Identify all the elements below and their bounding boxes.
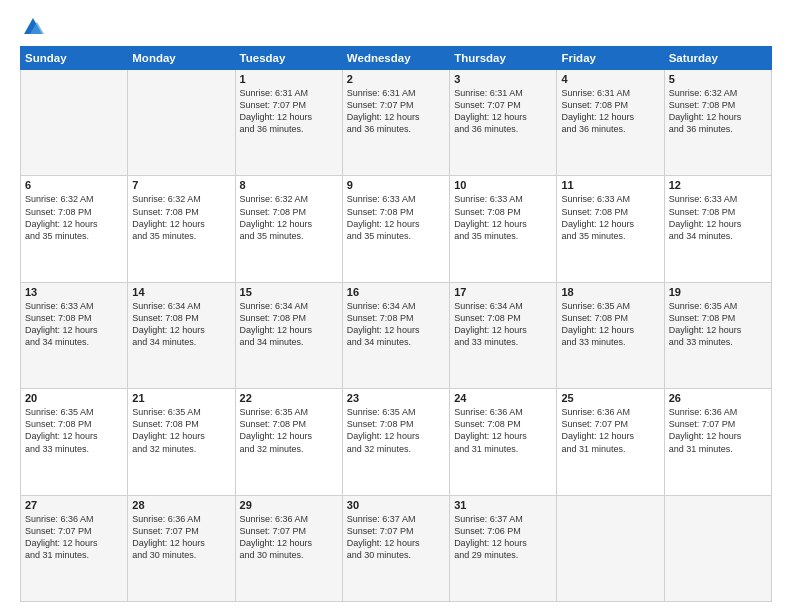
calendar-cell: 1Sunrise: 6:31 AM Sunset: 7:07 PM Daylig… xyxy=(235,70,342,176)
day-info: Sunrise: 6:35 AM Sunset: 7:08 PM Dayligh… xyxy=(347,406,445,455)
calendar-cell: 30Sunrise: 6:37 AM Sunset: 7:07 PM Dayli… xyxy=(342,495,449,601)
day-number: 24 xyxy=(454,392,552,404)
calendar-table: SundayMondayTuesdayWednesdayThursdayFrid… xyxy=(20,46,772,602)
calendar-week-row: 6Sunrise: 6:32 AM Sunset: 7:08 PM Daylig… xyxy=(21,176,772,282)
calendar-week-row: 13Sunrise: 6:33 AM Sunset: 7:08 PM Dayli… xyxy=(21,282,772,388)
logo-icon xyxy=(22,16,44,38)
calendar-cell: 8Sunrise: 6:32 AM Sunset: 7:08 PM Daylig… xyxy=(235,176,342,282)
calendar-cell: 10Sunrise: 6:33 AM Sunset: 7:08 PM Dayli… xyxy=(450,176,557,282)
calendar-cell: 21Sunrise: 6:35 AM Sunset: 7:08 PM Dayli… xyxy=(128,389,235,495)
calendar-cell: 24Sunrise: 6:36 AM Sunset: 7:08 PM Dayli… xyxy=(450,389,557,495)
calendar-cell: 2Sunrise: 6:31 AM Sunset: 7:07 PM Daylig… xyxy=(342,70,449,176)
day-info: Sunrise: 6:36 AM Sunset: 7:07 PM Dayligh… xyxy=(561,406,659,455)
day-number: 3 xyxy=(454,73,552,85)
calendar-cell: 13Sunrise: 6:33 AM Sunset: 7:08 PM Dayli… xyxy=(21,282,128,388)
calendar-cell: 25Sunrise: 6:36 AM Sunset: 7:07 PM Dayli… xyxy=(557,389,664,495)
calendar-cell: 5Sunrise: 6:32 AM Sunset: 7:08 PM Daylig… xyxy=(664,70,771,176)
day-info: Sunrise: 6:31 AM Sunset: 7:07 PM Dayligh… xyxy=(454,87,552,136)
day-number: 10 xyxy=(454,179,552,191)
day-info: Sunrise: 6:33 AM Sunset: 7:08 PM Dayligh… xyxy=(25,300,123,349)
day-info: Sunrise: 6:32 AM Sunset: 7:08 PM Dayligh… xyxy=(240,193,338,242)
calendar-cell: 22Sunrise: 6:35 AM Sunset: 7:08 PM Dayli… xyxy=(235,389,342,495)
calendar-header-row: SundayMondayTuesdayWednesdayThursdayFrid… xyxy=(21,47,772,70)
calendar-cell: 3Sunrise: 6:31 AM Sunset: 7:07 PM Daylig… xyxy=(450,70,557,176)
calendar-cell: 11Sunrise: 6:33 AM Sunset: 7:08 PM Dayli… xyxy=(557,176,664,282)
day-number: 12 xyxy=(669,179,767,191)
day-info: Sunrise: 6:37 AM Sunset: 7:06 PM Dayligh… xyxy=(454,513,552,562)
day-info: Sunrise: 6:36 AM Sunset: 7:07 PM Dayligh… xyxy=(669,406,767,455)
calendar-day-header: Saturday xyxy=(664,47,771,70)
day-info: Sunrise: 6:35 AM Sunset: 7:08 PM Dayligh… xyxy=(561,300,659,349)
day-number: 26 xyxy=(669,392,767,404)
calendar-day-header: Monday xyxy=(128,47,235,70)
calendar-cell: 29Sunrise: 6:36 AM Sunset: 7:07 PM Dayli… xyxy=(235,495,342,601)
day-info: Sunrise: 6:32 AM Sunset: 7:08 PM Dayligh… xyxy=(25,193,123,242)
day-number: 16 xyxy=(347,286,445,298)
page: SundayMondayTuesdayWednesdayThursdayFrid… xyxy=(0,0,792,612)
day-number: 8 xyxy=(240,179,338,191)
day-number: 13 xyxy=(25,286,123,298)
day-info: Sunrise: 6:34 AM Sunset: 7:08 PM Dayligh… xyxy=(132,300,230,349)
day-number: 5 xyxy=(669,73,767,85)
day-info: Sunrise: 6:36 AM Sunset: 7:07 PM Dayligh… xyxy=(240,513,338,562)
day-number: 11 xyxy=(561,179,659,191)
logo xyxy=(20,16,44,38)
calendar-cell: 7Sunrise: 6:32 AM Sunset: 7:08 PM Daylig… xyxy=(128,176,235,282)
day-number: 15 xyxy=(240,286,338,298)
day-info: Sunrise: 6:35 AM Sunset: 7:08 PM Dayligh… xyxy=(669,300,767,349)
day-info: Sunrise: 6:36 AM Sunset: 7:08 PM Dayligh… xyxy=(454,406,552,455)
day-info: Sunrise: 6:37 AM Sunset: 7:07 PM Dayligh… xyxy=(347,513,445,562)
day-info: Sunrise: 6:33 AM Sunset: 7:08 PM Dayligh… xyxy=(669,193,767,242)
day-number: 1 xyxy=(240,73,338,85)
day-info: Sunrise: 6:35 AM Sunset: 7:08 PM Dayligh… xyxy=(25,406,123,455)
day-number: 30 xyxy=(347,499,445,511)
day-number: 28 xyxy=(132,499,230,511)
day-info: Sunrise: 6:32 AM Sunset: 7:08 PM Dayligh… xyxy=(669,87,767,136)
day-number: 27 xyxy=(25,499,123,511)
day-info: Sunrise: 6:31 AM Sunset: 7:08 PM Dayligh… xyxy=(561,87,659,136)
calendar-cell: 26Sunrise: 6:36 AM Sunset: 7:07 PM Dayli… xyxy=(664,389,771,495)
calendar-cell: 12Sunrise: 6:33 AM Sunset: 7:08 PM Dayli… xyxy=(664,176,771,282)
header xyxy=(20,16,772,38)
calendar-cell: 4Sunrise: 6:31 AM Sunset: 7:08 PM Daylig… xyxy=(557,70,664,176)
day-number: 17 xyxy=(454,286,552,298)
day-number: 21 xyxy=(132,392,230,404)
calendar-cell: 23Sunrise: 6:35 AM Sunset: 7:08 PM Dayli… xyxy=(342,389,449,495)
calendar-day-header: Friday xyxy=(557,47,664,70)
calendar-cell: 14Sunrise: 6:34 AM Sunset: 7:08 PM Dayli… xyxy=(128,282,235,388)
day-number: 7 xyxy=(132,179,230,191)
day-number: 18 xyxy=(561,286,659,298)
day-info: Sunrise: 6:33 AM Sunset: 7:08 PM Dayligh… xyxy=(454,193,552,242)
calendar-week-row: 1Sunrise: 6:31 AM Sunset: 7:07 PM Daylig… xyxy=(21,70,772,176)
day-info: Sunrise: 6:34 AM Sunset: 7:08 PM Dayligh… xyxy=(454,300,552,349)
day-number: 31 xyxy=(454,499,552,511)
day-number: 23 xyxy=(347,392,445,404)
calendar-cell: 17Sunrise: 6:34 AM Sunset: 7:08 PM Dayli… xyxy=(450,282,557,388)
day-info: Sunrise: 6:36 AM Sunset: 7:07 PM Dayligh… xyxy=(25,513,123,562)
day-info: Sunrise: 6:33 AM Sunset: 7:08 PM Dayligh… xyxy=(347,193,445,242)
calendar-cell: 28Sunrise: 6:36 AM Sunset: 7:07 PM Dayli… xyxy=(128,495,235,601)
day-number: 29 xyxy=(240,499,338,511)
calendar-cell xyxy=(21,70,128,176)
calendar-week-row: 20Sunrise: 6:35 AM Sunset: 7:08 PM Dayli… xyxy=(21,389,772,495)
day-info: Sunrise: 6:36 AM Sunset: 7:07 PM Dayligh… xyxy=(132,513,230,562)
calendar-cell xyxy=(557,495,664,601)
day-number: 6 xyxy=(25,179,123,191)
calendar-cell: 20Sunrise: 6:35 AM Sunset: 7:08 PM Dayli… xyxy=(21,389,128,495)
day-info: Sunrise: 6:35 AM Sunset: 7:08 PM Dayligh… xyxy=(132,406,230,455)
day-number: 20 xyxy=(25,392,123,404)
calendar-cell: 16Sunrise: 6:34 AM Sunset: 7:08 PM Dayli… xyxy=(342,282,449,388)
day-info: Sunrise: 6:31 AM Sunset: 7:07 PM Dayligh… xyxy=(240,87,338,136)
calendar-cell: 6Sunrise: 6:32 AM Sunset: 7:08 PM Daylig… xyxy=(21,176,128,282)
calendar-day-header: Thursday xyxy=(450,47,557,70)
calendar-cell: 9Sunrise: 6:33 AM Sunset: 7:08 PM Daylig… xyxy=(342,176,449,282)
day-number: 22 xyxy=(240,392,338,404)
calendar-day-header: Tuesday xyxy=(235,47,342,70)
day-info: Sunrise: 6:32 AM Sunset: 7:08 PM Dayligh… xyxy=(132,193,230,242)
calendar-week-row: 27Sunrise: 6:36 AM Sunset: 7:07 PM Dayli… xyxy=(21,495,772,601)
calendar-cell xyxy=(664,495,771,601)
calendar-day-header: Sunday xyxy=(21,47,128,70)
day-number: 19 xyxy=(669,286,767,298)
day-info: Sunrise: 6:31 AM Sunset: 7:07 PM Dayligh… xyxy=(347,87,445,136)
calendar-cell: 15Sunrise: 6:34 AM Sunset: 7:08 PM Dayli… xyxy=(235,282,342,388)
